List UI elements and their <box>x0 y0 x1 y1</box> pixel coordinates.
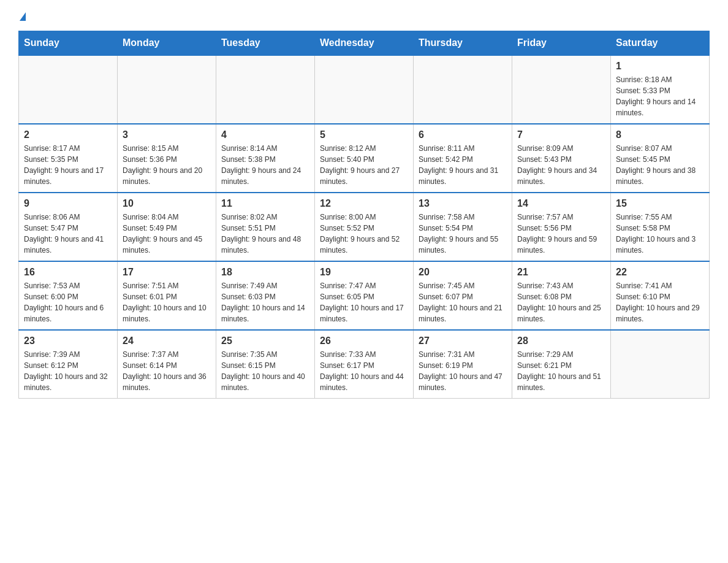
day-number: 24 <box>123 335 211 347</box>
day-info: Sunrise: 7:29 AMSunset: 6:21 PMDaylight:… <box>517 349 605 393</box>
day-info: Sunrise: 7:31 AMSunset: 6:19 PMDaylight:… <box>419 349 507 393</box>
day-info: Sunrise: 7:51 AMSunset: 6:01 PMDaylight:… <box>123 280 211 324</box>
day-number: 23 <box>24 335 112 347</box>
day-number: 20 <box>419 267 507 278</box>
header-friday: Friday <box>512 31 611 56</box>
day-info: Sunrise: 8:00 AMSunset: 5:52 PMDaylight:… <box>320 212 408 256</box>
day-info: Sunrise: 7:45 AMSunset: 6:07 PMDaylight:… <box>419 280 507 324</box>
calendar-header-row: Sunday Monday Tuesday Wednesday Thursday… <box>19 31 710 56</box>
calendar-week-row: 1Sunrise: 8:18 AMSunset: 5:33 PMDaylight… <box>19 55 710 124</box>
day-number: 27 <box>419 335 507 347</box>
day-number: 7 <box>517 129 605 140</box>
calendar-week-row: 16Sunrise: 7:53 AMSunset: 6:00 PMDayligh… <box>19 261 710 330</box>
day-number: 18 <box>221 267 309 278</box>
calendar-day-cell: 26Sunrise: 7:33 AMSunset: 6:17 PMDayligh… <box>315 330 414 399</box>
day-number: 19 <box>320 267 408 278</box>
logo-triangle-icon <box>20 12 26 21</box>
calendar-day-cell: 3Sunrise: 8:15 AMSunset: 5:36 PMDaylight… <box>118 124 216 193</box>
day-number: 2 <box>24 129 112 140</box>
day-number: 12 <box>320 198 408 209</box>
page-header <box>18 12 710 21</box>
header-wednesday: Wednesday <box>315 31 414 56</box>
calendar-day-cell: 28Sunrise: 7:29 AMSunset: 6:21 PMDayligh… <box>512 330 611 399</box>
day-info: Sunrise: 8:07 AMSunset: 5:45 PMDaylight:… <box>616 143 704 187</box>
header-saturday: Saturday <box>611 31 710 56</box>
header-tuesday: Tuesday <box>216 31 315 56</box>
calendar-day-cell: 11Sunrise: 8:02 AMSunset: 5:51 PMDayligh… <box>216 193 315 261</box>
calendar-day-cell: 13Sunrise: 7:58 AMSunset: 5:54 PMDayligh… <box>414 193 512 261</box>
day-number: 4 <box>221 129 309 140</box>
calendar-day-cell <box>19 55 118 124</box>
calendar-day-cell: 20Sunrise: 7:45 AMSunset: 6:07 PMDayligh… <box>414 261 512 330</box>
day-info: Sunrise: 8:06 AMSunset: 5:47 PMDaylight:… <box>24 212 112 256</box>
day-number: 11 <box>221 198 309 209</box>
day-info: Sunrise: 8:15 AMSunset: 5:36 PMDaylight:… <box>123 143 211 187</box>
day-info: Sunrise: 8:02 AMSunset: 5:51 PMDaylight:… <box>221 212 309 256</box>
day-number: 26 <box>320 335 408 347</box>
day-number: 21 <box>517 267 605 278</box>
day-number: 10 <box>123 198 211 209</box>
day-info: Sunrise: 7:41 AMSunset: 6:10 PMDaylight:… <box>616 280 704 324</box>
calendar-day-cell: 15Sunrise: 7:55 AMSunset: 5:58 PMDayligh… <box>611 193 710 261</box>
day-number: 15 <box>616 198 704 209</box>
calendar-day-cell: 8Sunrise: 8:07 AMSunset: 5:45 PMDaylight… <box>611 124 710 193</box>
day-number: 9 <box>24 198 112 209</box>
calendar-table: Sunday Monday Tuesday Wednesday Thursday… <box>18 31 710 399</box>
calendar-day-cell: 16Sunrise: 7:53 AMSunset: 6:00 PMDayligh… <box>19 261 118 330</box>
calendar-day-cell: 2Sunrise: 8:17 AMSunset: 5:35 PMDaylight… <box>19 124 118 193</box>
day-info: Sunrise: 7:39 AMSunset: 6:12 PMDaylight:… <box>24 349 112 393</box>
day-info: Sunrise: 8:18 AMSunset: 5:33 PMDaylight:… <box>616 74 704 118</box>
calendar-day-cell: 18Sunrise: 7:49 AMSunset: 6:03 PMDayligh… <box>216 261 315 330</box>
calendar-day-cell <box>512 55 611 124</box>
calendar-day-cell: 12Sunrise: 8:00 AMSunset: 5:52 PMDayligh… <box>315 193 414 261</box>
day-info: Sunrise: 8:09 AMSunset: 5:43 PMDaylight:… <box>517 143 605 187</box>
day-info: Sunrise: 7:55 AMSunset: 5:58 PMDaylight:… <box>616 212 704 256</box>
day-info: Sunrise: 8:04 AMSunset: 5:49 PMDaylight:… <box>123 212 211 256</box>
day-info: Sunrise: 7:53 AMSunset: 6:00 PMDaylight:… <box>24 280 112 324</box>
day-info: Sunrise: 8:14 AMSunset: 5:38 PMDaylight:… <box>221 143 309 187</box>
calendar-day-cell <box>414 55 512 124</box>
calendar-day-cell: 6Sunrise: 8:11 AMSunset: 5:42 PMDaylight… <box>414 124 512 193</box>
calendar-day-cell: 21Sunrise: 7:43 AMSunset: 6:08 PMDayligh… <box>512 261 611 330</box>
day-info: Sunrise: 7:47 AMSunset: 6:05 PMDaylight:… <box>320 280 408 324</box>
day-number: 14 <box>517 198 605 209</box>
calendar-week-row: 2Sunrise: 8:17 AMSunset: 5:35 PMDaylight… <box>19 124 710 193</box>
day-number: 13 <box>419 198 507 209</box>
calendar-day-cell: 27Sunrise: 7:31 AMSunset: 6:19 PMDayligh… <box>414 330 512 399</box>
header-thursday: Thursday <box>414 31 512 56</box>
day-number: 6 <box>419 129 507 140</box>
calendar-day-cell: 22Sunrise: 7:41 AMSunset: 6:10 PMDayligh… <box>611 261 710 330</box>
day-number: 8 <box>616 129 704 140</box>
day-info: Sunrise: 7:33 AMSunset: 6:17 PMDaylight:… <box>320 349 408 393</box>
calendar-day-cell: 24Sunrise: 7:37 AMSunset: 6:14 PMDayligh… <box>118 330 216 399</box>
calendar-day-cell: 19Sunrise: 7:47 AMSunset: 6:05 PMDayligh… <box>315 261 414 330</box>
calendar-day-cell: 14Sunrise: 7:57 AMSunset: 5:56 PMDayligh… <box>512 193 611 261</box>
calendar-day-cell <box>118 55 216 124</box>
day-info: Sunrise: 7:35 AMSunset: 6:15 PMDaylight:… <box>221 349 309 393</box>
day-info: Sunrise: 7:43 AMSunset: 6:08 PMDaylight:… <box>517 280 605 324</box>
calendar-day-cell: 7Sunrise: 8:09 AMSunset: 5:43 PMDaylight… <box>512 124 611 193</box>
day-number: 17 <box>123 267 211 278</box>
day-number: 5 <box>320 129 408 140</box>
day-number: 3 <box>123 129 211 140</box>
calendar-day-cell: 23Sunrise: 7:39 AMSunset: 6:12 PMDayligh… <box>19 330 118 399</box>
calendar-week-row: 9Sunrise: 8:06 AMSunset: 5:47 PMDaylight… <box>19 193 710 261</box>
calendar-day-cell: 5Sunrise: 8:12 AMSunset: 5:40 PMDaylight… <box>315 124 414 193</box>
day-info: Sunrise: 7:37 AMSunset: 6:14 PMDaylight:… <box>123 349 211 393</box>
day-info: Sunrise: 7:57 AMSunset: 5:56 PMDaylight:… <box>517 212 605 256</box>
day-info: Sunrise: 8:12 AMSunset: 5:40 PMDaylight:… <box>320 143 408 187</box>
day-info: Sunrise: 8:17 AMSunset: 5:35 PMDaylight:… <box>24 143 112 187</box>
calendar-day-cell: 1Sunrise: 8:18 AMSunset: 5:33 PMDaylight… <box>611 55 710 124</box>
header-monday: Monday <box>118 31 216 56</box>
day-info: Sunrise: 7:58 AMSunset: 5:54 PMDaylight:… <box>419 212 507 256</box>
calendar-day-cell: 25Sunrise: 7:35 AMSunset: 6:15 PMDayligh… <box>216 330 315 399</box>
calendar-day-cell: 10Sunrise: 8:04 AMSunset: 5:49 PMDayligh… <box>118 193 216 261</box>
day-number: 25 <box>221 335 309 347</box>
calendar-week-row: 23Sunrise: 7:39 AMSunset: 6:12 PMDayligh… <box>19 330 710 399</box>
calendar-day-cell: 17Sunrise: 7:51 AMSunset: 6:01 PMDayligh… <box>118 261 216 330</box>
calendar-day-cell <box>216 55 315 124</box>
logo <box>18 12 26 21</box>
calendar-day-cell <box>611 330 710 399</box>
day-number: 28 <box>517 335 605 347</box>
day-number: 22 <box>616 267 704 278</box>
